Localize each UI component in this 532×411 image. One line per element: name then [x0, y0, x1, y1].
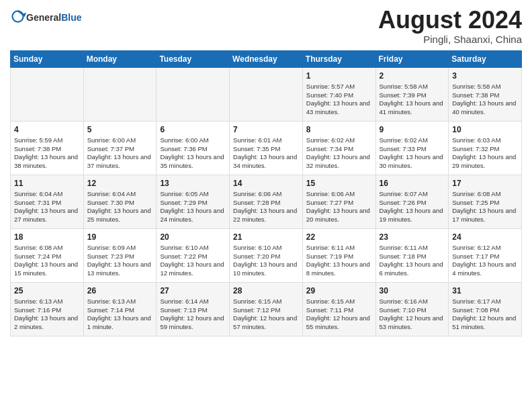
- sunrise-text: Sunrise: 6:06 AM: [306, 190, 355, 197]
- day-number: 1: [306, 71, 372, 81]
- daylight-text: Daylight: 13 hours and 17 minutes.: [452, 207, 516, 223]
- sunset-text: Sunset: 7:13 PM: [160, 306, 207, 314]
- daylight-text: Daylight: 13 hours and 15 minutes.: [14, 261, 78, 277]
- sunset-text: Sunset: 7:24 PM: [14, 253, 61, 260]
- sunset-text: Sunset: 7:40 PM: [306, 91, 353, 99]
- sunset-text: Sunset: 7:28 PM: [233, 199, 280, 206]
- sunrise-text: Sunrise: 6:15 AM: [306, 298, 355, 305]
- sunrise-text: Sunrise: 6:04 AM: [14, 190, 62, 197]
- calendar-cell: 26Sunrise: 6:13 AMSunset: 7:14 PMDayligh…: [83, 282, 157, 336]
- day-number: 3: [452, 71, 518, 81]
- day-number: 20: [160, 232, 226, 242]
- daylight-text: Daylight: 13 hours and 8 minutes.: [306, 261, 370, 277]
- day-number: 22: [306, 232, 372, 242]
- calendar-cell: 15Sunrise: 6:06 AMSunset: 7:27 PMDayligh…: [302, 175, 375, 228]
- daylight-text: Daylight: 13 hours and 22 minutes.: [233, 207, 297, 223]
- sunset-text: Sunset: 7:27 PM: [306, 199, 353, 206]
- calendar-cell: 7Sunrise: 6:01 AMSunset: 7:35 PMDaylight…: [230, 121, 303, 175]
- calendar-cell: 30Sunrise: 6:16 AMSunset: 7:10 PMDayligh…: [375, 282, 449, 336]
- sunset-text: Sunset: 7:25 PM: [452, 199, 499, 206]
- daylight-text: Daylight: 13 hours and 10 minutes.: [233, 261, 297, 277]
- day-number: 11: [14, 178, 80, 189]
- calendar-cell: 14Sunrise: 6:06 AMSunset: 7:28 PMDayligh…: [230, 175, 303, 228]
- logo-text: GeneralBlue: [26, 11, 81, 24]
- sunset-text: Sunset: 7:37 PM: [87, 145, 134, 152]
- sunrise-text: Sunrise: 5:58 AM: [452, 83, 500, 90]
- day-number: 25: [14, 285, 80, 296]
- sunrise-text: Sunrise: 6:13 AM: [14, 298, 62, 305]
- daylight-text: Daylight: 13 hours and 19 minutes.: [380, 207, 443, 223]
- sunset-text: Sunset: 7:11 PM: [306, 306, 353, 314]
- day-number: 21: [233, 232, 299, 242]
- day-number: 19: [87, 232, 153, 242]
- col-thursday: Thursday: [302, 50, 375, 67]
- day-number: 14: [233, 178, 299, 189]
- daylight-text: Daylight: 13 hours and 29 minutes.: [452, 153, 516, 169]
- calendar-cell: 12Sunrise: 6:04 AMSunset: 7:30 PMDayligh…: [83, 175, 157, 228]
- sunrise-text: Sunrise: 6:00 AM: [160, 136, 208, 144]
- day-number: 16: [380, 178, 445, 189]
- sunrise-text: Sunrise: 6:13 AM: [87, 298, 136, 305]
- sunrise-text: Sunrise: 6:16 AM: [380, 298, 428, 305]
- daylight-text: Daylight: 13 hours and 37 minutes.: [87, 153, 151, 169]
- day-number: 26: [87, 285, 153, 296]
- sunrise-text: Sunrise: 6:11 AM: [380, 244, 428, 251]
- calendar-cell: [83, 67, 157, 121]
- sunrise-text: Sunrise: 5:58 AM: [380, 83, 428, 90]
- daylight-text: Daylight: 13 hours and 12 minutes.: [160, 261, 224, 277]
- sunset-text: Sunset: 7:31 PM: [14, 199, 61, 206]
- sunrise-text: Sunrise: 6:12 AM: [452, 244, 500, 251]
- sunrise-text: Sunrise: 6:02 AM: [306, 136, 355, 144]
- logo-blue: Blue: [61, 12, 81, 23]
- sunrise-text: Sunrise: 6:03 AM: [452, 136, 500, 144]
- calendar-cell: 16Sunrise: 6:07 AMSunset: 7:26 PMDayligh…: [375, 175, 449, 228]
- calendar-cell: 24Sunrise: 6:12 AMSunset: 7:17 PMDayligh…: [449, 228, 522, 282]
- sunset-text: Sunset: 7:20 PM: [233, 253, 280, 260]
- daylight-text: Daylight: 13 hours and 1 minute.: [87, 314, 151, 330]
- week-row-2: 4Sunrise: 5:59 AMSunset: 7:38 PMDaylight…: [11, 121, 522, 175]
- sunset-text: Sunset: 7:36 PM: [160, 145, 207, 152]
- calendar-cell: 11Sunrise: 6:04 AMSunset: 7:31 PMDayligh…: [11, 175, 84, 228]
- day-number: 24: [452, 232, 518, 242]
- calendar-cell: 27Sunrise: 6:14 AMSunset: 7:13 PMDayligh…: [157, 282, 230, 336]
- calendar-cell: 25Sunrise: 6:13 AMSunset: 7:16 PMDayligh…: [11, 282, 84, 336]
- calendar-cell: 8Sunrise: 6:02 AMSunset: 7:34 PMDaylight…: [302, 121, 375, 175]
- sunset-text: Sunset: 7:14 PM: [87, 306, 134, 314]
- day-number: 9: [380, 124, 445, 135]
- header: GeneralBlue August 2024 Pingli, Shaanxi,…: [10, 7, 522, 45]
- logo-icon: [11, 10, 26, 25]
- daylight-text: Daylight: 13 hours and 13 minutes.: [87, 261, 151, 277]
- calendar-table: Sunday Monday Tuesday Wednesday Thursday…: [10, 50, 522, 336]
- col-saturday: Saturday: [449, 50, 522, 67]
- calendar-cell: 22Sunrise: 6:11 AMSunset: 7:19 PMDayligh…: [302, 228, 375, 282]
- day-number: 29: [306, 285, 372, 296]
- calendar-cell: 3Sunrise: 5:58 AMSunset: 7:38 PMDaylight…: [449, 67, 522, 121]
- week-row-4: 18Sunrise: 6:08 AMSunset: 7:24 PMDayligh…: [11, 228, 522, 282]
- calendar-cell: 5Sunrise: 6:00 AMSunset: 7:37 PMDaylight…: [83, 121, 157, 175]
- sunset-text: Sunset: 7:19 PM: [306, 253, 353, 260]
- sunrise-text: Sunrise: 6:11 AM: [306, 244, 355, 251]
- sunrise-text: Sunrise: 6:17 AM: [452, 298, 500, 305]
- day-number: 28: [233, 285, 299, 296]
- month-year: August 2024: [378, 7, 522, 34]
- day-number: 10: [452, 124, 518, 135]
- sunrise-text: Sunrise: 6:02 AM: [380, 136, 428, 144]
- calendar-cell: [11, 67, 84, 121]
- sunrise-text: Sunrise: 6:10 AM: [160, 244, 208, 251]
- daylight-text: Daylight: 13 hours and 30 minutes.: [380, 153, 443, 169]
- logo: GeneralBlue: [10, 10, 81, 25]
- day-number: 30: [380, 285, 445, 296]
- day-number: 23: [380, 232, 445, 242]
- daylight-text: Daylight: 12 hours and 57 minutes.: [233, 314, 297, 330]
- calendar-cell: 23Sunrise: 6:11 AMSunset: 7:18 PMDayligh…: [375, 228, 449, 282]
- col-wednesday: Wednesday: [230, 50, 303, 67]
- daylight-text: Daylight: 12 hours and 59 minutes.: [160, 314, 224, 330]
- calendar-cell: [157, 67, 230, 121]
- sunrise-text: Sunrise: 6:10 AM: [233, 244, 281, 251]
- week-row-3: 11Sunrise: 6:04 AMSunset: 7:31 PMDayligh…: [11, 175, 522, 228]
- sunset-text: Sunset: 7:12 PM: [233, 306, 280, 314]
- day-number: 18: [14, 232, 80, 242]
- sunset-text: Sunset: 7:16 PM: [14, 306, 61, 314]
- day-number: 15: [306, 178, 372, 189]
- header-row: Sunday Monday Tuesday Wednesday Thursday…: [11, 50, 522, 67]
